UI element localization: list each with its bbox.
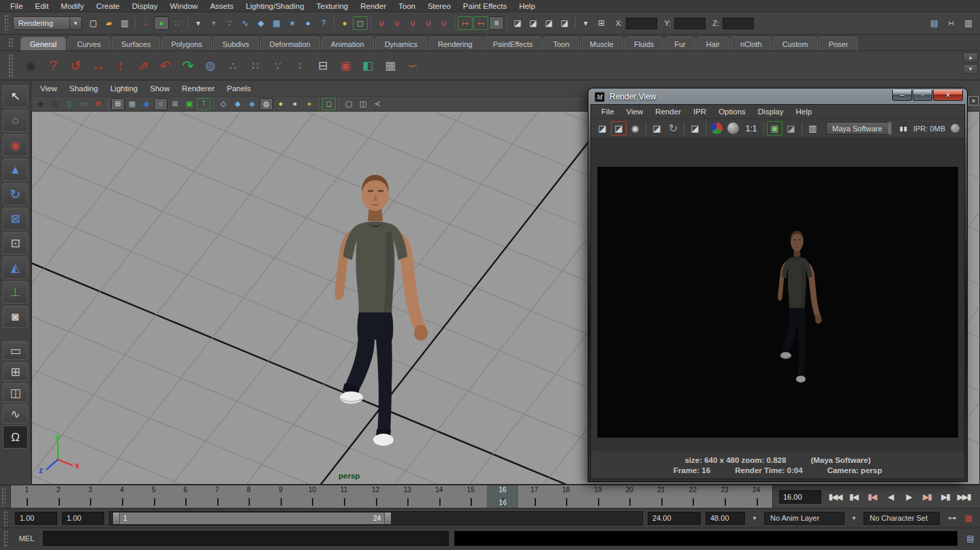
character-model[interactable] (334, 175, 428, 446)
shelf-tab-toon[interactable]: Toon (543, 37, 579, 50)
render-current-frame-icon[interactable]: ◪ (510, 16, 525, 30)
timeline-frame-6[interactable]: 6 (170, 485, 202, 508)
use-all-lights-icon[interactable]: ● (274, 98, 287, 110)
preview-render-icon[interactable]: ◉ (20, 55, 41, 76)
mask-surfaces-icon[interactable]: ◆ (253, 16, 268, 30)
rv-region-render-icon[interactable]: ◪ (687, 121, 703, 135)
timeline-frame-13[interactable]: 13 (392, 485, 424, 508)
timeline-frame-4[interactable]: 4 (106, 485, 138, 508)
step-forward-frame-button[interactable]: ▶▮ (919, 489, 935, 504)
timeline-frame-11[interactable]: 11 (328, 485, 360, 508)
mask-handles-icon[interactable]: ∵ (222, 16, 237, 30)
rv-remove-image-icon[interactable]: ◪ (783, 121, 799, 135)
shelf-scroll-down-icon[interactable]: ▼ (963, 64, 978, 74)
renderer-selector[interactable]: Maya Software (826, 122, 891, 135)
playback-range-bar[interactable]: 1 24 (113, 513, 391, 524)
textured-icon[interactable]: ◍ (259, 98, 273, 110)
redo-icon[interactable]: ↷ (178, 55, 198, 76)
rv-snapshot-icon[interactable]: ◉ (627, 121, 643, 135)
mask-curves-icon[interactable]: ∿ (238, 16, 253, 30)
character-set-key-icon[interactable]: ⊶ (945, 511, 960, 525)
timeline-frame-12[interactable]: 12 (360, 485, 392, 508)
four-pane-layout-icon[interactable]: ⊞ (3, 362, 28, 381)
time-slider-grip[interactable] (1, 487, 5, 506)
timeline-frame-24[interactable]: 24 (740, 485, 772, 508)
snap-projected-center-icon[interactable]: ∪ (421, 16, 436, 30)
menu-display[interactable]: Display (752, 108, 790, 116)
maximize-button[interactable]: ▫ (913, 90, 932, 101)
range-end-handle[interactable] (384, 513, 391, 524)
menu-paint-effects[interactable]: Paint Effects (457, 2, 513, 10)
shelf-tab-ncloth[interactable]: nCloth (731, 37, 772, 50)
shelf-tab-hair[interactable]: Hair (697, 37, 729, 50)
character-set-selector[interactable]: No Character Set (864, 512, 940, 525)
shelf-tab-fur[interactable]: Fur (665, 37, 695, 50)
camera-dolly-icon[interactable]: ↕ (110, 55, 131, 76)
playback-options-dropdown[interactable]: ▼ (750, 515, 759, 521)
menu-stereo[interactable]: Stereo (422, 2, 457, 10)
timeline-frame-10[interactable]: 10 (296, 485, 328, 508)
minimize-button[interactable]: – (892, 90, 912, 101)
step-back-key-button[interactable]: ▮◀ (845, 489, 862, 504)
timeline-frame-8[interactable]: 8 (233, 485, 265, 508)
select-hierarchy-icon[interactable]: ∴ (138, 16, 153, 30)
paint-selection-tool-icon[interactable]: ◉ (3, 134, 28, 157)
menu-show[interactable]: Show (144, 84, 176, 93)
scale-tool-icon[interactable]: ⊠ (3, 208, 28, 230)
delete-history-icon[interactable]: ◍ (200, 55, 221, 76)
range-start-handle[interactable] (113, 513, 120, 524)
wireframe-icon[interactable]: ◇ (217, 98, 230, 110)
coord-y-input[interactable] (674, 18, 706, 29)
menu-options[interactable]: Options (712, 108, 752, 116)
menu-set-selector[interactable]: Rendering ▼ (13, 16, 82, 30)
menu-help[interactable]: Help (513, 2, 541, 10)
ipr-render-icon[interactable]: ◪ (526, 16, 541, 30)
play-backwards-button[interactable]: ◀ (882, 489, 898, 504)
rv-one-to-one-icon[interactable]: 1:1 (742, 121, 761, 135)
menu-shading[interactable]: Shading (63, 84, 104, 93)
timeline-frame-3[interactable]: 3 (74, 485, 106, 508)
go-to-end-button[interactable]: ▶▶▮ (955, 489, 972, 504)
command-feedback[interactable] (454, 531, 958, 546)
last-tool-used-icon[interactable]: ◙ (3, 306, 28, 328)
show-manipulator-icon[interactable]: ⊥ (3, 281, 28, 304)
toolbar-grip[interactable] (3, 14, 8, 33)
shelf-tab-painteffects[interactable]: PaintEffects (484, 37, 543, 50)
output-connections-icon[interactable]: ↤ (473, 16, 488, 30)
shelf-tab-surfaces[interactable]: Surfaces (112, 37, 160, 50)
mask-misc-icon[interactable]: ? (316, 16, 331, 30)
rv-render-icon[interactable]: ◪ (595, 121, 610, 135)
timeline-frame-15[interactable]: 15 (455, 485, 487, 508)
shelf-tab-custom[interactable]: Custom (773, 37, 818, 50)
rv-ipr-render-icon[interactable]: ◪ (649, 121, 665, 135)
snap-grid-icon[interactable]: ∪ (374, 16, 389, 30)
timeline-frame-7[interactable]: 7 (201, 485, 233, 508)
soft-modification-icon[interactable]: ◭ (3, 257, 28, 279)
image-plane-icon[interactable]: ▭ (77, 98, 91, 110)
rv-alpha-channel-icon[interactable] (727, 123, 739, 134)
current-time-field[interactable] (779, 490, 821, 504)
rv-open-render-settings-icon[interactable]: ▥ (805, 121, 821, 135)
timeline-frame-20[interactable]: 20 (614, 485, 646, 508)
command-line-grip[interactable] (3, 530, 7, 547)
shelf-tab-animation[interactable]: Animation (321, 37, 374, 50)
anim-layer-dropdown[interactable]: ▼ (849, 515, 859, 521)
parent-icon[interactable]: ∴ (223, 55, 243, 76)
ungroup-icon[interactable]: ∵ (268, 55, 288, 76)
channel-box-toggle-icon[interactable]: ▥ (961, 16, 976, 30)
animation-start-field[interactable]: 1.00 (15, 512, 57, 525)
shelf-tab-deformation[interactable]: Deformation (260, 37, 320, 50)
shelf-scroll-up-icon[interactable]: ▲ (963, 52, 978, 63)
move-tool-icon[interactable]: ▲ (3, 159, 28, 181)
menu-set-value[interactable]: Rendering (13, 16, 70, 30)
rv-rgb-channels-icon[interactable] (711, 123, 723, 134)
selection-mask-dropdown[interactable]: ▾ (191, 16, 206, 30)
timeline-frame-16[interactable]: 1616 (487, 485, 519, 508)
single-pane-layout-icon[interactable]: ▭ (3, 341, 28, 360)
auto-keyframe-icon[interactable]: ▦ (961, 511, 976, 525)
pan-zoom-icon[interactable]: ⊕ (91, 98, 105, 110)
snap-curve-icon[interactable]: ∪ (390, 16, 405, 30)
construction-history-icon[interactable]: ≡ (489, 16, 504, 30)
absolute-transform-icon[interactable]: ⊞ (594, 16, 609, 30)
render-settings-icon[interactable]: ◪ (557, 16, 572, 30)
